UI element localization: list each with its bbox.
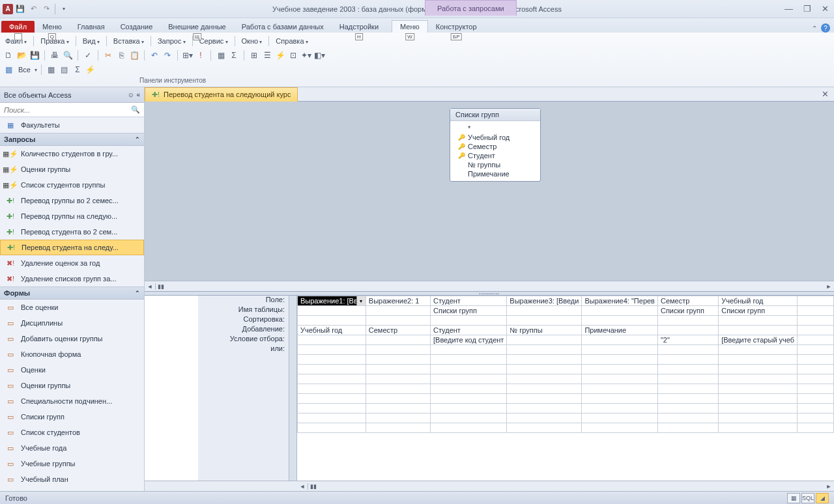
field-list-item[interactable]: 🔑Семестр bbox=[450, 142, 540, 151]
nav-item[interactable]: ▦Факультеты bbox=[0, 117, 144, 133]
field-list-item[interactable]: Примечание bbox=[450, 169, 540, 178]
nav-item[interactable]: ✚!Перевод студента во 2 сем... bbox=[0, 224, 144, 240]
sql-view-button[interactable]: SQL bbox=[801, 493, 814, 503]
grid-cell[interactable]: Примечание bbox=[582, 326, 658, 335]
nav-category-forms[interactable]: Формы⌃ bbox=[0, 287, 144, 300]
dropdown-icon[interactable]: ▾ bbox=[356, 296, 366, 305]
menu-help[interactable]: Справка bbox=[273, 36, 310, 46]
grid-cell[interactable] bbox=[798, 404, 834, 413]
tbx4-icon[interactable]: ⚡ bbox=[85, 64, 96, 76]
nav-item[interactable]: ▭Оценки bbox=[0, 362, 144, 378]
nav-item[interactable]: ▭Учебные года bbox=[0, 440, 144, 456]
grid-cell[interactable]: Семестр bbox=[366, 326, 430, 335]
qat-customize-icon[interactable]: ▾ bbox=[58, 3, 70, 15]
grid-cell[interactable] bbox=[507, 306, 582, 316]
grid-cell[interactable] bbox=[798, 384, 834, 394]
document-close-icon[interactable]: ✕ bbox=[816, 89, 834, 99]
grid-cell[interactable] bbox=[366, 384, 430, 394]
restore-button[interactable]: ❐ bbox=[803, 4, 811, 14]
grid-cell[interactable] bbox=[798, 365, 834, 374]
field-list-item[interactable]: № группы bbox=[450, 160, 540, 169]
grid-cell[interactable] bbox=[507, 374, 582, 384]
grid-cell[interactable]: Учебный год bbox=[719, 296, 798, 306]
grid-cell[interactable] bbox=[298, 316, 366, 326]
search-icon[interactable]: 🔍 bbox=[127, 105, 144, 114]
document-tab[interactable]: ✚! Перевод студента на следующий курс bbox=[145, 87, 298, 102]
menu-window[interactable]: Окно bbox=[239, 36, 265, 46]
grid-cell[interactable] bbox=[719, 404, 798, 413]
querytype-icon[interactable]: ⊞▾ bbox=[182, 49, 194, 61]
ribbon-tab-design[interactable]: КонструкторБР bbox=[428, 21, 485, 33]
grid-cell[interactable]: № группы bbox=[507, 326, 582, 335]
field-list-item[interactable]: 🔑Учебный год bbox=[450, 133, 540, 142]
menu-view[interactable]: Вид bbox=[80, 36, 102, 46]
grid-cell[interactable] bbox=[298, 394, 366, 404]
grid-cell[interactable]: Выражение4: "Перев bbox=[582, 296, 658, 306]
props-icon[interactable]: ☰ bbox=[261, 49, 273, 61]
nav-item[interactable]: ▦⚡Список студентов группы bbox=[0, 177, 144, 193]
nav-item[interactable]: ✚!Перевод группы на следую... bbox=[0, 208, 144, 224]
topvalues-icon[interactable]: ⊞ bbox=[248, 49, 260, 61]
nav-item[interactable]: ▦⚡Оценки группы bbox=[0, 161, 144, 177]
run-icon[interactable]: ! bbox=[195, 49, 207, 61]
grid-cell[interactable] bbox=[366, 394, 430, 404]
grid-cell[interactable] bbox=[366, 306, 430, 316]
grid-cell[interactable] bbox=[719, 374, 798, 384]
grid-cell[interactable] bbox=[798, 326, 834, 335]
grid-cell[interactable]: Студент bbox=[430, 326, 506, 335]
grid-cell[interactable] bbox=[507, 404, 582, 413]
grid-cell[interactable] bbox=[657, 423, 718, 433]
grid-cell[interactable] bbox=[366, 345, 430, 355]
grid-cell[interactable] bbox=[657, 394, 718, 404]
nav-item[interactable]: ▭Учебный план bbox=[0, 471, 144, 487]
nav-item[interactable]: ▭Специальности подчинен... bbox=[0, 393, 144, 409]
undo2-icon[interactable]: ↶ bbox=[149, 49, 160, 61]
grid-cell[interactable] bbox=[507, 384, 582, 394]
ribbon-tab-create[interactable]: Создание bbox=[113, 21, 161, 33]
grid-cell[interactable] bbox=[507, 316, 582, 326]
grid-cell[interactable] bbox=[719, 355, 798, 365]
grid-cell[interactable] bbox=[430, 423, 506, 433]
grid-cell[interactable] bbox=[798, 316, 834, 326]
grid-cell[interactable] bbox=[298, 384, 366, 394]
grid-cell[interactable] bbox=[582, 384, 658, 394]
grid-cell[interactable] bbox=[582, 423, 658, 433]
grid-cell[interactable] bbox=[298, 423, 366, 433]
save-icon[interactable]: 💾 bbox=[29, 49, 40, 61]
grid-cell[interactable] bbox=[430, 404, 506, 413]
nav-header[interactable]: Все объекты Access ⊙ « bbox=[0, 87, 144, 103]
grid-cell[interactable] bbox=[582, 394, 658, 404]
grid-cell[interactable] bbox=[798, 413, 834, 423]
grid-cell[interactable]: Списки групп bbox=[719, 306, 798, 316]
grid-cell[interactable] bbox=[366, 374, 430, 384]
print-icon[interactable]: 🖶 bbox=[49, 49, 61, 61]
nav-item[interactable]: ▭Дисциплины bbox=[0, 315, 144, 331]
grid-cell[interactable] bbox=[657, 404, 718, 413]
grid-cell[interactable] bbox=[657, 355, 718, 365]
ribbon-tab-dbtools[interactable]: Работа с базами данных bbox=[234, 21, 332, 33]
grid-cell[interactable] bbox=[719, 413, 798, 423]
grid-cell[interactable]: Выражение3: [Введи bbox=[507, 296, 582, 306]
grid-cell[interactable] bbox=[430, 355, 506, 365]
copy-icon[interactable]: ⎘ bbox=[115, 49, 127, 61]
grid-cell[interactable] bbox=[657, 365, 718, 374]
grid-cell[interactable] bbox=[719, 394, 798, 404]
cut-icon[interactable]: ✂ bbox=[102, 49, 114, 61]
newobj-icon[interactable]: ✦▾ bbox=[300, 49, 312, 61]
nav-item[interactable]: ▭Списки групп bbox=[0, 409, 144, 425]
grid-cell[interactable] bbox=[582, 306, 658, 316]
nav-filter-dropdown-icon[interactable]: ⊙ bbox=[128, 92, 134, 98]
dbwindow-icon[interactable]: ⊡ bbox=[287, 49, 299, 61]
grid-cell[interactable] bbox=[657, 316, 718, 326]
help-icon[interactable]: ? bbox=[821, 23, 830, 33]
ribbon-tab-home[interactable]: Главная bbox=[70, 21, 113, 33]
grid-cell[interactable] bbox=[798, 296, 834, 306]
close-button[interactable]: ✕ bbox=[822, 4, 829, 14]
grid-cell[interactable] bbox=[719, 326, 798, 335]
spell-icon[interactable]: ✓ bbox=[82, 49, 94, 61]
grid-cell[interactable] bbox=[430, 413, 506, 423]
grid-cell[interactable] bbox=[507, 355, 582, 365]
grid-cell[interactable]: Учебный год bbox=[298, 326, 366, 335]
grid-cell[interactable] bbox=[507, 423, 582, 433]
upper-scrollbar[interactable]: ◄ ▮▮ ► bbox=[145, 281, 834, 291]
